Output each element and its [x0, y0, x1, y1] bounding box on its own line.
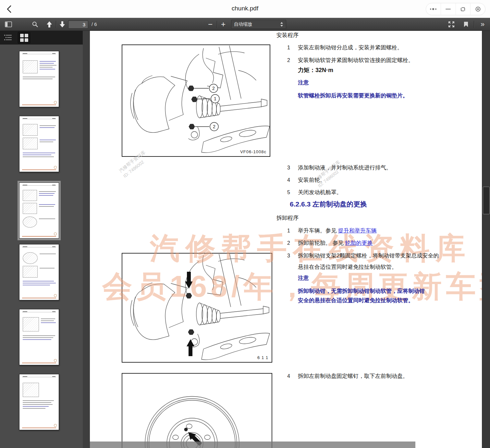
more-options-button[interactable]: [426, 3, 441, 15]
figure-brake-disc: [122, 373, 272, 448]
install-title: 安装程序: [276, 31, 299, 39]
toolbar-separator: [217, 21, 217, 28]
viewer-area: 汽修帮手在线资料库 会员168/年，每周更新车型 汽修帮手资料库ID: 7496…: [83, 31, 490, 448]
notice2-label: 注意: [298, 274, 309, 282]
presentation-mode-button[interactable]: [446, 19, 457, 30]
removal-step-3: 3拆卸制动钳支架2颗固定螺栓，将制动钳带支架总成安全的: [287, 252, 439, 259]
minimize-button[interactable]: [441, 3, 456, 15]
thumbnail-page-2[interactable]: [19, 116, 59, 172]
install-step-2: 2安装制动软管并紧固制动软管连接的固定螺栓。: [287, 56, 414, 64]
removal-step-4: 4拆卸左前制动盘固定螺钉，取下左前制动盘。: [287, 372, 408, 380]
zoom-mode-select[interactable]: 自动缩放: [231, 20, 286, 29]
thumbnail-page-6[interactable]: [19, 374, 59, 430]
zoom-mode-value: 自动缩放: [234, 21, 280, 27]
restore-button[interactable]: [456, 3, 471, 15]
page-total-label: / 6: [92, 21, 97, 27]
notice2-line1: 拆卸制动钳，无需拆卸制动钳制动软管，应将制动钳: [298, 287, 425, 295]
bookmark-button[interactable]: [461, 19, 471, 30]
notice2-line2: 安全的悬挂在合适位置同时避免拉扯制动软管。: [298, 297, 414, 304]
document-title: chunk.pdf: [232, 5, 258, 12]
direction-arrows: [185, 272, 194, 356]
document-outline-button[interactable]: [3, 33, 13, 42]
toolbar-separator: [474, 21, 474, 28]
titlebar: chunk.pdf: [0, 0, 490, 18]
vertical-scrollbar-thumb[interactable]: [483, 187, 490, 214]
record-icon: [475, 6, 481, 12]
notice1-text: 软管螺栓拆卸后再安装需要更换新的铜垫片。: [298, 92, 408, 99]
section-heading: 6.2.6.3 左前制动盘的更换: [290, 200, 367, 209]
double-chevron-icon: »: [481, 20, 484, 29]
install-step-3: 3添加制动液，并对制动系统进行排气。: [287, 164, 392, 171]
link-lift-vehicle[interactable]: 提升和举升车辆: [338, 228, 377, 234]
sidebar-header: [0, 31, 83, 44]
horizontal-scrollbar-thumb[interactable]: [90, 442, 415, 448]
back-button[interactable]: [5, 4, 15, 14]
minimize-icon: [446, 9, 451, 10]
zoom-in-button[interactable]: +: [218, 19, 228, 30]
notice1-label: 注意: [298, 79, 309, 86]
find-button[interactable]: [30, 19, 40, 30]
zoom-out-button[interactable]: −: [205, 19, 215, 30]
sidebar-toggle-icon: [5, 21, 12, 27]
record-button[interactable]: [470, 3, 485, 15]
torque-spec: 力矩：32N·m: [298, 66, 333, 74]
svg-text:1: 1: [214, 96, 216, 101]
pdf-viewer-window: chunk.pdf: [0, 0, 490, 448]
svg-text:2: 2: [213, 124, 215, 129]
thumbnails-sidebar: [0, 31, 83, 448]
window-controls-capsule: [426, 3, 485, 15]
thumbnail-page-4[interactable]: [19, 244, 59, 300]
previous-page-button[interactable]: [44, 19, 55, 30]
thumbnails-view-button[interactable]: [18, 32, 30, 44]
removal-step-2: 2拆卸前轮胎。 参见 轮胎的更换: [287, 239, 373, 247]
install-step-1: 1安装左前制动钳分总成，安装并紧固螺栓。: [287, 44, 403, 51]
removal-step-1: 1举升车辆。参见 提升和举升车辆: [287, 227, 377, 234]
figure1-drawing: 2 1 2: [122, 45, 270, 156]
back-chevron-icon: [5, 4, 15, 14]
page-number-input[interactable]: [68, 20, 88, 29]
outline-icon: [4, 34, 12, 42]
install-step-4: 4安装前轮。: [287, 176, 325, 184]
install-step-5: 5关闭发动机舱罩。: [287, 189, 342, 196]
thumbnail-page-1[interactable]: [19, 51, 59, 107]
svg-text:2: 2: [212, 86, 215, 91]
select-arrows-icon: [280, 22, 283, 27]
toolbar-separator: [56, 21, 56, 28]
figure3-drawing: [122, 374, 272, 448]
thumbnail-page-3[interactable]: [19, 182, 59, 239]
pdf-page: 汽修帮手在线资料库 会员168/年，每周更新车型 汽修帮手资料库ID: 7496…: [90, 31, 482, 448]
more-tools-button[interactable]: »: [476, 19, 488, 30]
removal-step-3-line2: 悬挂在合适位置同时避免拉扯制动软管。: [298, 263, 397, 271]
toggle-sidebar-button[interactable]: [3, 19, 14, 30]
thumbnail-page-5[interactable]: [19, 309, 59, 365]
figure-caliper-install: 2 1 2 VF06-1008c: [122, 44, 270, 157]
figure1-caption: VF06-1008c: [240, 149, 266, 154]
figure2-drawing: [122, 254, 272, 362]
removal-title: 拆卸程序: [276, 214, 299, 222]
vertical-scrollbar-track[interactable]: [482, 31, 490, 448]
next-page-button[interactable]: [57, 19, 67, 30]
thumbnails-grid-icon: [20, 34, 28, 42]
search-icon: [32, 21, 38, 28]
zoom-in-label: +: [221, 20, 226, 28]
figure2-caption: 6 1 1: [257, 355, 268, 360]
pdf-toolbar: / 6 − + 自动缩放: [0, 18, 490, 31]
watermark-diagonal: 汽修帮手资料库ID: 7496002: [312, 159, 346, 189]
figure1-callouts: 2 1 2: [209, 84, 219, 131]
disc-set-screw: [184, 428, 188, 431]
more-options-icon: [430, 8, 436, 10]
fullscreen-icon: [448, 21, 455, 28]
bookmark-icon: [464, 21, 468, 27]
arrow-down-icon: [59, 21, 66, 28]
link-tire-replacement[interactable]: 轮胎的更换: [345, 240, 373, 246]
zoom-out-label: −: [208, 20, 213, 28]
arrow-up-icon: [46, 21, 53, 28]
restore-icon: [460, 6, 466, 12]
figure-caliper-removal: 6 1 1: [122, 253, 272, 363]
